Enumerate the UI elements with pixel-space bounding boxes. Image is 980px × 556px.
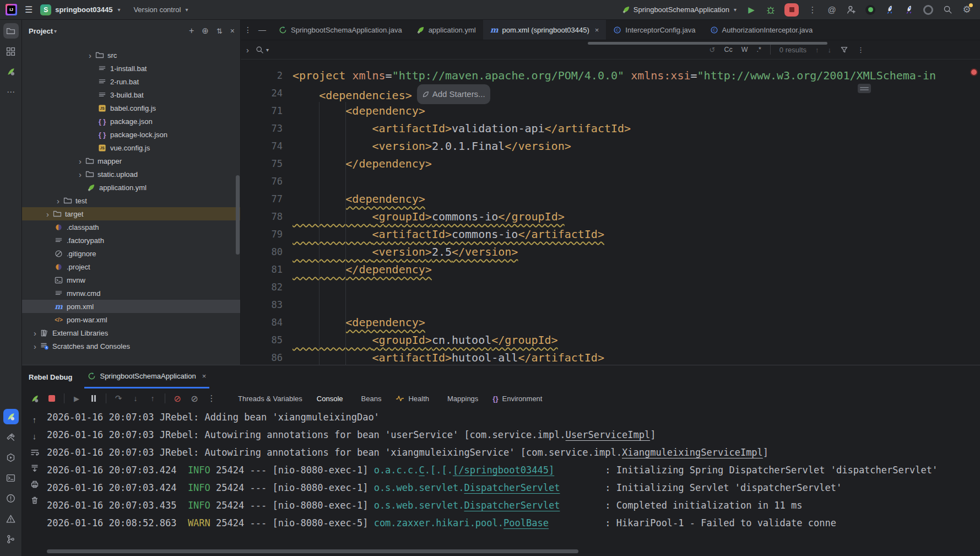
editor-line-81[interactable]: 81 </dependency>: [241, 261, 980, 278]
debug-view-tab-beans[interactable]: Beans: [358, 395, 382, 403]
soft-wrap-icon[interactable]: [30, 448, 39, 457]
chevron-right-icon[interactable]: ›: [30, 329, 40, 337]
tree-item--factorypath[interactable]: .factorypath: [22, 234, 240, 247]
add-icon[interactable]: +: [189, 26, 194, 36]
chevron-right-icon[interactable]: ›: [75, 157, 85, 165]
search-history-icon[interactable]: ↺: [710, 46, 716, 54]
tree-item-mapper[interactable]: ›mapper: [22, 154, 240, 168]
stop-sm-icon[interactable]: [47, 395, 57, 402]
tree-item-3-build-bat[interactable]: 3-build.bat: [22, 88, 240, 101]
debug-tool-tool-icon[interactable]: [3, 409, 19, 424]
scroll-end-icon[interactable]: [30, 464, 39, 473]
inspection-widget[interactable]: [858, 84, 871, 93]
project-tool-icon[interactable]: [3, 23, 19, 39]
chevron-right-icon[interactable]: ›: [30, 342, 40, 350]
vcs-selector[interactable]: Version control ▾: [133, 6, 188, 14]
editor-line-73[interactable]: 73 <artifactId>validation-api</artifactI…: [241, 120, 980, 137]
terminal-tool-icon[interactable]: [3, 470, 19, 485]
pause-icon[interactable]: [89, 395, 99, 402]
jrebel-tool-icon[interactable]: [3, 64, 19, 79]
chevron-right-icon[interactable]: ›: [85, 51, 95, 60]
tree-item-static-upload[interactable]: ›static.upload: [22, 168, 240, 181]
editor-line-75[interactable]: 75 </dependency>: [241, 155, 980, 172]
editor-line-86[interactable]: 86 <artifactId>hutool-all</artifactId>: [241, 349, 980, 365]
editor-line-78[interactable]: 78 <groupId>commons-io</groupId>: [241, 208, 980, 225]
editor-line-80[interactable]: 80 <version>2.5</version>: [241, 243, 980, 261]
tree-item-pom-war-xml[interactable]: </>pom-war.xml: [22, 313, 240, 326]
run-icon[interactable]: ▶: [746, 4, 757, 16]
chevron-right-icon[interactable]: ›: [53, 197, 63, 205]
more-tools-tool-icon[interactable]: ⋯: [3, 84, 19, 100]
horizontal-scrollbar[interactable]: [588, 42, 827, 45]
editor-line-71[interactable]: 71 <dependency>: [241, 102, 980, 120]
structure-tool-icon[interactable]: [3, 44, 19, 59]
tree-item-external-libraries[interactable]: ›External Libraries: [22, 326, 240, 339]
words-toggle[interactable]: W: [741, 46, 748, 53]
error-stripe-mark[interactable]: [970, 68, 978, 76]
view-bp-icon[interactable]: ⊘: [189, 393, 199, 404]
console-link[interactable]: XiangmuleixingServiceImpl: [622, 447, 763, 458]
editor-line-82[interactable]: 82: [241, 278, 980, 296]
services-tool-icon[interactable]: [3, 450, 19, 465]
search-ev-icon[interactable]: [942, 4, 953, 16]
editor-line-76[interactable]: 76: [241, 172, 980, 190]
plugin-icon[interactable]: [923, 4, 934, 16]
down-icon[interactable]: ↓: [33, 431, 37, 441]
editor-tab-authorizationinterceptor-java[interactable]: CAuthorizationInterceptor.java: [703, 20, 820, 40]
step-out-icon[interactable]: ↑: [148, 394, 158, 403]
expand-all-icon[interactable]: ⇅: [216, 26, 223, 35]
tree-item-vue-config-js[interactable]: JSvue.config.js: [22, 141, 240, 154]
stop-button[interactable]: [784, 3, 799, 17]
console-link[interactable]: C: [419, 465, 425, 476]
editor-tab-springbootschemaapplication-java[interactable]: SpringbootSchemaApplication.java: [272, 20, 409, 40]
settings-icon[interactable]: ⚙: [961, 4, 972, 16]
editor-line-83[interactable]: 83: [241, 296, 980, 314]
console-link[interactable]: PoolBase: [503, 517, 549, 528]
notifications-tool-icon[interactable]: [3, 511, 19, 526]
console-output[interactable]: 2026-01-16 20:07:03 JRebel: Adding bean …: [47, 408, 980, 556]
step-into-icon[interactable]: ↓: [131, 394, 140, 403]
options-icon[interactable]: ⋮: [244, 25, 252, 34]
project-scrollbar[interactable]: [236, 175, 240, 255]
project-selector[interactable]: S springboot03445 ▾: [40, 4, 120, 15]
editor-line-85[interactable]: 85 <groupId>cn.hutool</groupId>: [241, 331, 980, 349]
editor-line-74[interactable]: 74 <version>2.0.1.Final</version>: [241, 137, 980, 155]
tree-item--classpath[interactable]: .classpath: [22, 220, 240, 234]
match-case-toggle[interactable]: Cc: [724, 46, 732, 53]
previous-occurrence-icon[interactable]: ↑: [815, 46, 819, 54]
resume-icon[interactable]: ▶: [72, 395, 82, 403]
debug-view-tab-environment[interactable]: {}Environment: [492, 395, 542, 403]
main-menu-icon[interactable]: ☰: [25, 4, 33, 15]
more-icon[interactable]: ⋮: [207, 393, 216, 403]
debug-view-tab-health[interactable]: Health: [396, 395, 429, 403]
search-icon[interactable]: ▾: [256, 46, 269, 54]
tree-item-babel-config-js[interactable]: JSbabel.config.js: [22, 101, 240, 115]
editor-line-84[interactable]: 84 <dependency>: [241, 314, 980, 331]
tree-item-target[interactable]: ›target: [22, 207, 240, 220]
chevron-right-icon[interactable]: ›: [43, 210, 52, 218]
close-icon[interactable]: ×: [202, 372, 207, 380]
hide-icon[interactable]: —: [258, 25, 266, 34]
at-mentions-icon[interactable]: @: [826, 4, 837, 16]
close-icon[interactable]: ×: [595, 26, 599, 34]
version-control-tool-icon[interactable]: [3, 531, 19, 547]
filter-icon[interactable]: [840, 46, 848, 54]
console-link[interactable]: DispatcherServlet: [464, 500, 560, 511]
console-link[interactable]: UserServiceImpl: [566, 429, 651, 440]
tree-item-pom-xml[interactable]: mpom.xml: [22, 300, 240, 313]
tree-item-1-install-bat[interactable]: 1-install.bat: [22, 62, 240, 75]
stop-icon[interactable]: [784, 4, 799, 16]
tree-item-package-lock-json[interactable]: { }package-lock.json: [22, 128, 240, 141]
console-link[interactable]: [/springboot03445]: [453, 465, 554, 476]
next-occurrence-icon[interactable]: ↓: [828, 46, 832, 54]
regex-toggle[interactable]: .*: [757, 46, 761, 53]
tree-item-test[interactable]: ›test: [22, 194, 240, 207]
invite-icon[interactable]: [846, 4, 857, 16]
problems-tool-icon[interactable]: [3, 490, 19, 506]
run-config-selector[interactable]: SpringbootSchemaApplication ▾: [622, 6, 737, 14]
rerun-icon[interactable]: [30, 394, 40, 403]
tree-item--project[interactable]: .project: [22, 260, 240, 273]
more-icon[interactable]: ⋮: [807, 4, 818, 16]
print-icon[interactable]: [30, 480, 39, 489]
debug-session-tab[interactable]: SpringbootSchemaApplication ×: [84, 365, 209, 388]
